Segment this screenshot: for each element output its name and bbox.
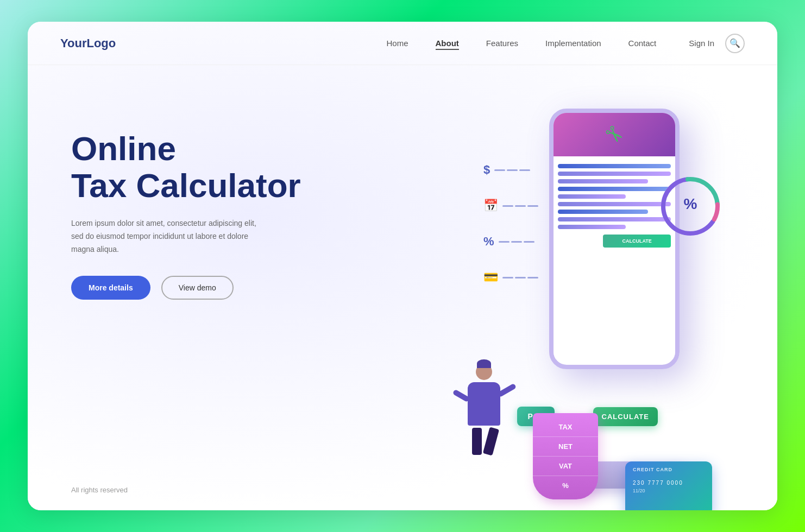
search-button[interactable]: 🔍 (725, 34, 745, 53)
nav-link-contact[interactable]: Contact (628, 39, 657, 48)
form-line-3 (558, 179, 648, 183)
dashes-card (502, 277, 538, 278)
left-section: Online Tax Calculator Lorem ipsum dolor … (71, 98, 321, 300)
person-leg-left (472, 428, 482, 455)
percent-text: % (684, 195, 697, 212)
credit-card: CREDIT CARD 230 7777 0000 11/20 (625, 461, 712, 510)
dollar-icon: $ (483, 163, 490, 177)
dash (511, 241, 522, 243)
float-calendar: 📅 (483, 199, 538, 213)
receipt-item-net: NET (533, 437, 598, 457)
form-line-7 (558, 210, 648, 214)
button-group: More details View demo (71, 276, 321, 300)
nav-link-features[interactable]: Features (486, 39, 518, 48)
receipt-scroll: TAX NET VAT % (533, 413, 598, 499)
dash (507, 169, 518, 171)
nav-link-about[interactable]: About (436, 39, 459, 50)
dash (502, 277, 513, 278)
receipt-item-vat: VAT (533, 457, 598, 476)
receipt-item-tax: TAX (533, 417, 598, 437)
dash (519, 169, 530, 171)
person-figure (457, 364, 511, 472)
nav-item-contact[interactable]: Contact (628, 39, 657, 48)
logo: YourLogo (60, 36, 116, 50)
dash (527, 205, 538, 207)
dash (499, 241, 510, 243)
person-leg-right (483, 427, 499, 456)
main-card: YourLogo Home About Features Implementat… (28, 22, 777, 510)
form-line-8 (558, 217, 671, 221)
dash (494, 169, 505, 171)
phone-screen: ✂ CALCULATE (554, 113, 675, 365)
card-icon: 💳 (483, 270, 498, 284)
calc-label-phone: CALCULATE (622, 238, 651, 244)
form-line-1 (558, 164, 671, 168)
form-line-6 (558, 202, 671, 206)
float-card: 💳 (483, 270, 538, 284)
calculate-button[interactable]: CALCULATE (593, 407, 658, 426)
nav-item-about[interactable]: About (436, 39, 459, 48)
credit-card-label: CREDIT CARD (633, 467, 705, 472)
view-demo-button[interactable]: View demo (161, 276, 234, 300)
nav-item-implementation[interactable]: Implementation (545, 39, 601, 48)
dash (524, 241, 534, 243)
footer-text: All rights reserved (71, 486, 128, 494)
nav-item-features[interactable]: Features (486, 39, 518, 48)
dashes-dollar (494, 169, 530, 171)
calendar-icon: 📅 (483, 199, 498, 213)
search-icon: 🔍 (729, 38, 740, 48)
phone-top-bar: ✂ (554, 113, 675, 156)
navbar: YourLogo Home About Features Implementat… (28, 22, 777, 65)
form-line-2 (558, 172, 671, 176)
illustration-section: $ 📅 % (343, 98, 745, 510)
main-content: Online Tax Calculator Lorem ipsum dolor … (28, 65, 777, 510)
scissors-icon: ✂ (599, 119, 630, 150)
hero-title: Online Tax Calculator (71, 130, 321, 204)
float-percent: % (483, 235, 538, 249)
receipt-item-pct: % (533, 476, 598, 495)
float-dollar: $ (483, 163, 538, 177)
phone-body: CALCULATE (554, 156, 675, 359)
credit-card-date: 11/20 (633, 488, 705, 493)
signin-link[interactable]: Sign In (689, 39, 714, 48)
dashes-percent (499, 241, 534, 243)
person-arm-right (497, 383, 517, 398)
person-head (476, 364, 492, 380)
percent-icon: % (483, 235, 494, 249)
form-line-5 (558, 194, 626, 199)
credit-card-number: 230 7777 0000 (633, 480, 705, 486)
form-line-4 (558, 187, 671, 191)
percent-svg: % (658, 174, 723, 239)
dash (502, 205, 513, 207)
dash (515, 205, 526, 207)
dash (515, 277, 526, 278)
nav-links: Home About Features Implementation Conta… (386, 39, 656, 48)
nav-link-implementation[interactable]: Implementation (545, 39, 601, 48)
percent-chart: % (658, 174, 723, 239)
person-body (468, 382, 500, 426)
float-labels: $ 📅 % (483, 163, 538, 284)
nav-link-home[interactable]: Home (386, 39, 408, 48)
nav-right: Sign In 🔍 (689, 34, 745, 53)
dash (527, 277, 538, 278)
person-legs (457, 428, 511, 455)
hero-description: Lorem ipsum dolor sit amet, consectetur … (71, 217, 267, 256)
nav-item-home[interactable]: Home (386, 39, 408, 48)
dashes-calendar (502, 205, 538, 207)
more-details-button[interactable]: More details (71, 276, 150, 300)
person-arm-left (452, 389, 470, 403)
form-line-9 (558, 225, 626, 229)
